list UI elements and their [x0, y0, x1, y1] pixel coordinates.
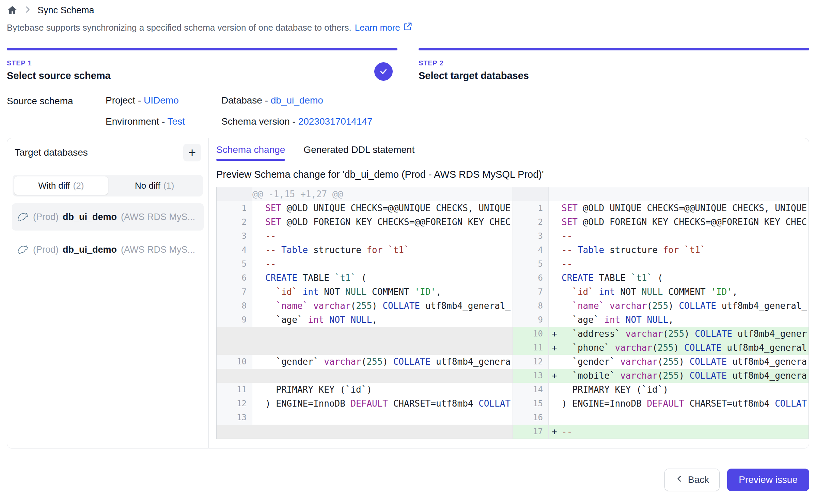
line-number: 3	[217, 229, 252, 243]
diff-filter-tabs: With diff(2)No diff(1)	[13, 175, 203, 196]
code-line: CREATE TABLE `t1` (	[265, 271, 513, 285]
source-schema-field: Project - UIDemo	[106, 95, 221, 106]
line-number: 17	[513, 425, 549, 439]
diff-row	[217, 341, 513, 355]
diff-marker: +	[549, 425, 562, 439]
filter-tab-label: No diff	[135, 180, 160, 191]
database-name: db_ui_demo	[63, 212, 117, 222]
diff-row: 5--	[217, 257, 513, 271]
learn-more-link[interactable]: Learn more	[355, 22, 412, 34]
diff-pane-target[interactable]: 1SET @OLD_UNIQUE_CHECKS=@@UNIQUE_CHECKS,…	[513, 187, 809, 439]
step-1-progress-bar	[7, 48, 397, 50]
tab-schema-change[interactable]: Schema change	[216, 144, 285, 161]
diff-row: 15) ENGINE=InnoDB DEFAULT CHARSET=utf8mb…	[513, 397, 809, 411]
preview-issue-button[interactable]: Preview issue	[727, 469, 809, 491]
target-database-item[interactable]: (Prod)db_ui_demo(AWS RDS MyS...	[12, 236, 204, 263]
code-line: SET @OLD_FOREIGN_KEY_CHECKS=@@FOREIGN_KE…	[265, 215, 513, 229]
field-value-link[interactable]: UIDemo	[144, 95, 179, 106]
code-line: --	[562, 229, 809, 243]
source-schema-field: Environment - Test	[106, 116, 221, 127]
step-2-title: Select target databases	[419, 70, 809, 81]
back-button[interactable]: Back	[664, 469, 720, 491]
diff-viewer: @@ -1,15 +1,27 @@1SET @OLD_UNIQUE_CHECKS…	[216, 187, 809, 439]
field-name: Schema version -	[221, 116, 298, 127]
field-name: Database -	[221, 95, 271, 106]
line-number: 4	[217, 243, 252, 257]
add-target-database-button[interactable]: +	[183, 144, 201, 161]
code-line: `id` int NOT NULL COMMENT 'ID',	[265, 285, 513, 299]
target-databases-header: Target databases +	[7, 138, 208, 167]
code-line: -- Table structure for `t1`	[562, 243, 809, 257]
diff-row: 12 `gender` varchar(255) COLLATE utf8mb4…	[513, 355, 809, 369]
diff-pane-source[interactable]: @@ -1,15 +1,27 @@1SET @OLD_UNIQUE_CHECKS…	[217, 187, 513, 439]
code-line: SET @OLD_FOREIGN_KEY_CHECKS=@@FOREIGN_KE…	[562, 215, 809, 229]
line-number: 12	[513, 355, 549, 369]
diff-row: 2SET @OLD_FOREIGN_KEY_CHECKS=@@FOREIGN_K…	[217, 215, 513, 229]
breadcrumb: Sync Schema	[7, 0, 809, 16]
plus-icon: +	[188, 146, 196, 159]
code-line: SET @OLD_UNIQUE_CHECKS=@@UNIQUE_CHECKS, …	[265, 201, 513, 215]
line-number	[217, 187, 252, 201]
source-schema-section: Source schema Project - UIDemoDatabase -…	[7, 95, 809, 127]
line-number: 10	[217, 355, 252, 369]
target-databases-title: Target databases	[15, 147, 88, 158]
code-line: PRIMARY KEY (`id`)	[265, 383, 513, 397]
line-number: 10	[513, 327, 549, 341]
diff-row: 12) ENGINE=InnoDB DEFAULT CHARSET=utf8mb…	[217, 397, 513, 411]
line-number: 4	[513, 243, 549, 257]
diff-row: 4-- Table structure for `t1`	[513, 243, 809, 257]
chevron-right-icon	[23, 5, 32, 15]
preview-title: Preview Schema change for 'db_ui_demo (P…	[216, 169, 809, 180]
code-line: --	[265, 229, 513, 243]
source-schema-label: Source schema	[7, 95, 106, 127]
diff-row: 10 `gender` varchar(255) COLLATE utf8mb4…	[217, 355, 513, 369]
line-number: 8	[217, 299, 252, 313]
diff-row: 8 `name` varchar(255) COLLATE utf8mb4_ge…	[513, 299, 809, 313]
line-number: 2	[217, 215, 252, 229]
sync-main-panel: Target databases + With diff(2)No diff(1…	[7, 138, 809, 448]
code-line: CREATE TABLE `t1` (	[562, 271, 809, 285]
diff-row: 1SET @OLD_UNIQUE_CHECKS=@@UNIQUE_CHECKS,…	[217, 201, 513, 215]
code-line: `age` int NOT NULL,	[265, 313, 513, 327]
back-button-label: Back	[688, 474, 709, 485]
diff-row: 4-- Table structure for `t1`	[217, 243, 513, 257]
mysql-icon	[17, 211, 29, 223]
step-1-completed-badge	[374, 62, 393, 81]
step-2-progress-bar	[419, 48, 809, 50]
preview-tabs: Schema changeGenerated DDL statement	[216, 144, 809, 161]
home-icon[interactable]	[7, 5, 18, 16]
step-1-label: STEP 1	[7, 59, 397, 67]
diff-row: @@ -1,15 +1,27 @@	[217, 187, 513, 201]
code-line: --	[562, 425, 809, 439]
diff-row: 6CREATE TABLE `t1` (	[513, 271, 809, 285]
diff-row: 7 `id` int NOT NULL COMMENT 'ID',	[513, 285, 809, 299]
line-number	[513, 187, 549, 201]
code-line: @@ -1,15 +1,27 @@	[252, 187, 513, 201]
diff-row: 17+--	[513, 425, 809, 439]
target-database-list: (Prod)db_ui_demo(AWS RDS MyS...(Prod)db_…	[12, 203, 204, 263]
filter-tab-no-diff[interactable]: No diff(1)	[108, 176, 202, 195]
database-instance: (AWS RDS MyS...	[121, 245, 195, 255]
filter-tab-with-diff[interactable]: With diff(2)	[14, 176, 108, 195]
step-1-title: Select source schema	[7, 70, 397, 81]
field-value-link[interactable]: 20230317014147	[298, 116, 373, 127]
line-number: 5	[217, 257, 252, 271]
diff-row: 13	[217, 411, 513, 425]
line-number: 11	[513, 341, 549, 355]
code-line: `name` varchar(255) COLLATE utf8mb4_gene…	[265, 299, 513, 313]
field-value-link[interactable]: Test	[168, 116, 185, 127]
line-number: 15	[513, 397, 549, 411]
code-line: ) ENGINE=InnoDB DEFAULT CHARSET=utf8mb4 …	[265, 397, 513, 411]
database-environment: (Prod)	[33, 245, 59, 255]
learn-more-label: Learn more	[355, 22, 400, 33]
line-number	[217, 425, 252, 439]
filter-tab-label: With diff	[38, 180, 70, 191]
filter-tab-count: (1)	[163, 180, 174, 191]
diff-row: 9 `age` int NOT NULL,	[513, 313, 809, 327]
field-value-link[interactable]: db_ui_demo	[271, 95, 323, 106]
line-number: 2	[513, 215, 549, 229]
line-number	[217, 327, 252, 341]
target-database-item[interactable]: (Prod)db_ui_demo(AWS RDS MyS...	[12, 203, 204, 231]
code-line: `address` varchar(255) COLLATE utf8mb4_g…	[562, 327, 809, 341]
tab-generated-ddl-statement[interactable]: Generated DDL statement	[303, 144, 414, 161]
